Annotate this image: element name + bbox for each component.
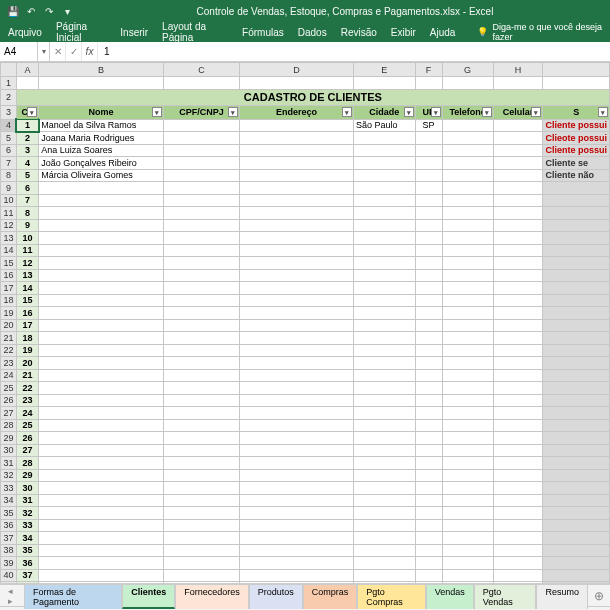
cell-codigo[interactable]: 30 [16,482,38,495]
cell[interactable] [442,244,493,257]
cell[interactable] [442,307,493,320]
row-header[interactable]: 7 [1,157,17,170]
cell[interactable] [493,382,543,395]
cell[interactable] [415,332,442,345]
cell[interactable] [353,194,415,207]
cell[interactable] [163,294,239,307]
cell[interactable] [415,419,442,432]
cell[interactable] [163,269,239,282]
cell[interactable] [163,519,239,532]
cell[interactable] [353,432,415,445]
cell-cidade[interactable] [353,132,415,145]
cell-status[interactable] [543,207,610,220]
cell[interactable] [442,282,493,295]
cell[interactable] [442,582,493,585]
cell[interactable] [442,382,493,395]
cell[interactable] [240,419,354,432]
col-header-A[interactable]: A [16,63,38,77]
cell[interactable] [442,257,493,270]
cell[interactable] [353,294,415,307]
cell-status[interactable] [543,194,610,207]
col-header-G[interactable]: G [442,63,493,77]
cell[interactable] [442,407,493,420]
cell[interactable] [39,444,164,457]
cell[interactable] [442,182,493,195]
row-header[interactable]: 21 [1,332,17,345]
cell[interactable] [163,219,239,232]
col-header-F[interactable]: F [415,63,442,77]
row-header[interactable]: 34 [1,494,17,507]
cell[interactable] [442,194,493,207]
row-header[interactable]: 25 [1,382,17,395]
table-header-cel[interactable]: Celular▾ [493,105,543,119]
cell[interactable] [39,557,164,570]
cell-status[interactable] [543,244,610,257]
cell[interactable] [442,557,493,570]
cell[interactable] [240,544,354,557]
cell[interactable] [442,544,493,557]
cell[interactable] [240,432,354,445]
cell[interactable] [240,307,354,320]
cell[interactable] [442,444,493,457]
cell[interactable] [493,369,543,382]
cell-codigo[interactable]: 6 [16,182,38,195]
cell[interactable] [240,344,354,357]
cell[interactable] [39,569,164,582]
cell[interactable] [240,382,354,395]
cell[interactable] [442,394,493,407]
cell[interactable] [353,557,415,570]
row-header[interactable]: 41 [1,582,17,585]
cell[interactable] [39,519,164,532]
cell[interactable] [442,294,493,307]
col-header-I[interactable] [543,63,610,77]
cell-celular[interactable] [493,169,543,182]
cell[interactable] [163,244,239,257]
cell-uf[interactable] [415,144,442,157]
cell[interactable] [39,494,164,507]
cell[interactable] [442,219,493,232]
cell-endereco[interactable] [240,132,354,145]
cell-codigo[interactable]: 11 [16,244,38,257]
cell[interactable] [493,532,543,545]
cell[interactable] [442,77,493,90]
cell-uf[interactable] [415,132,442,145]
cell[interactable] [415,319,442,332]
cell[interactable] [415,382,442,395]
cell[interactable] [415,219,442,232]
cell-codigo[interactable]: 1 [16,119,38,132]
cell[interactable] [353,382,415,395]
cell[interactable] [163,557,239,570]
table-header-uf[interactable]: UF▾ [415,105,442,119]
cell[interactable] [39,269,164,282]
cell-codigo[interactable]: 27 [16,444,38,457]
cell[interactable] [415,357,442,370]
cell-status[interactable] [543,257,610,270]
cell[interactable] [240,332,354,345]
cell-codigo[interactable]: 26 [16,432,38,445]
cell-codigo[interactable]: 29 [16,469,38,482]
cell[interactable] [353,344,415,357]
cell[interactable] [493,257,543,270]
cell[interactable] [39,532,164,545]
cell[interactable] [353,544,415,557]
col-header-H[interactable]: H [493,63,543,77]
cell-status[interactable] [543,469,610,482]
cell[interactable] [442,482,493,495]
cell[interactable] [442,469,493,482]
cell-codigo[interactable]: 34 [16,532,38,545]
cell[interactable] [442,432,493,445]
cell[interactable] [240,494,354,507]
cell-status[interactable] [543,294,610,307]
tab-ajuda[interactable]: Ajuda [430,27,456,38]
cell-endereco[interactable] [240,157,354,170]
cell[interactable] [353,569,415,582]
cell-status[interactable]: Clieote possui [543,132,610,145]
row-header[interactable]: 22 [1,344,17,357]
cell[interactable] [493,494,543,507]
cell[interactable] [415,207,442,220]
cell[interactable] [493,407,543,420]
cell[interactable] [493,77,543,90]
cell[interactable] [415,407,442,420]
cell-status[interactable] [543,319,610,332]
cell[interactable] [240,407,354,420]
